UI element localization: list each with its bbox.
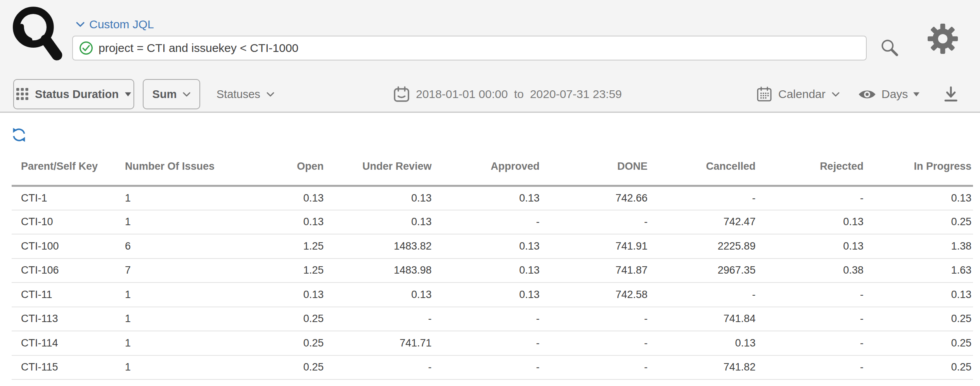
value-cell: 1483.82 xyxy=(325,234,433,258)
date-range-separator: to xyxy=(514,88,524,101)
value-cell: 0.13 xyxy=(433,186,541,210)
column-header: In Progress xyxy=(865,152,973,186)
issue-key-cell: CTI-100 xyxy=(12,234,116,258)
calendar-label: Calendar xyxy=(778,88,826,101)
value-cell: 0.13 xyxy=(325,186,433,210)
value-cell: 1.25 xyxy=(217,258,325,283)
caret-down-icon xyxy=(125,92,131,96)
value-cell: - xyxy=(649,186,757,210)
table-row: CTI-11510.25---741.82-0.25 xyxy=(12,355,973,380)
jql-mode-label: Custom JQL xyxy=(89,18,154,31)
value-cell: 1.25 xyxy=(217,234,325,258)
value-cell: - xyxy=(433,307,541,331)
value-cell: 0.25 xyxy=(217,331,325,355)
issue-key-cell: CTI-114 xyxy=(12,331,116,355)
value-cell: 741.87 xyxy=(541,258,649,283)
caret-down-icon xyxy=(913,92,919,96)
aggregation-button[interactable]: Sum xyxy=(143,79,200,109)
chevron-down-icon xyxy=(267,92,274,97)
value-cell: 0.25 xyxy=(865,307,973,331)
statuses-label: Statuses xyxy=(216,88,260,101)
value-cell: 0.13 xyxy=(865,283,973,307)
eye-icon xyxy=(858,88,876,101)
value-cell: 0.13 xyxy=(865,186,973,210)
value-cell: - xyxy=(757,186,865,210)
table-row: CTI-10671.251483.980.13741.872967.350.38… xyxy=(12,258,973,283)
date-range-picker[interactable]: 2018-01-01 00:00 to 2020-07-31 23:59 xyxy=(393,79,622,109)
value-cell: - xyxy=(433,331,541,355)
value-cell: 0.25 xyxy=(865,210,973,234)
settings-gear-icon[interactable] xyxy=(927,23,958,54)
aggregation-label: Sum xyxy=(152,88,177,101)
issue-key-cell: CTI-10 xyxy=(12,210,116,234)
value-cell: 1 xyxy=(116,210,217,234)
value-cell: 7 xyxy=(116,258,217,283)
search-icon[interactable] xyxy=(880,38,899,57)
value-cell: 742.47 xyxy=(649,210,757,234)
value-cell: - xyxy=(541,355,649,380)
download-export-icon[interactable] xyxy=(943,86,959,103)
column-header: Cancelled xyxy=(649,152,757,186)
report-type-button[interactable]: Status Duration xyxy=(13,79,134,109)
column-header: Under Review xyxy=(325,152,433,186)
toolbar: Status Duration Sum Statuses 2 xyxy=(0,78,980,111)
value-cell: 0.13 xyxy=(757,234,865,258)
value-cell: - xyxy=(757,307,865,331)
value-cell: 0.13 xyxy=(433,234,541,258)
statuses-dropdown[interactable]: Statuses xyxy=(216,79,274,109)
date-range-end: 2020-07-31 23:59 xyxy=(530,88,622,101)
grid-icon xyxy=(16,88,29,100)
value-cell: 1483.98 xyxy=(325,258,433,283)
value-cell: 0.25 xyxy=(217,355,325,380)
calendar-dropdown[interactable]: Calendar xyxy=(757,79,840,109)
value-cell: 741.82 xyxy=(649,355,757,380)
value-cell: 0.13 xyxy=(649,331,757,355)
table-row: CTI-11410.25741.71--0.13-0.25 xyxy=(12,331,973,355)
value-cell: 742.66 xyxy=(541,186,649,210)
table-header-row: Parent/Self KeyNumber Of IssuesOpenUnder… xyxy=(12,152,973,186)
value-cell: - xyxy=(649,283,757,307)
issue-key-cell: CTI-11 xyxy=(12,283,116,307)
value-cell: - xyxy=(325,307,433,331)
value-cell: 1 xyxy=(116,283,217,307)
refresh-icon[interactable] xyxy=(12,128,26,142)
app-logo-magnifier-icon xyxy=(10,3,65,67)
value-cell: 1.38 xyxy=(865,234,973,258)
value-cell: 1.63 xyxy=(865,258,973,283)
value-cell: 6 xyxy=(116,234,217,258)
report-type-label: Status Duration xyxy=(35,88,119,101)
time-unit-label: Days xyxy=(881,88,908,101)
jql-query-input[interactable] xyxy=(99,41,860,55)
date-range-start: 2018-01-01 00:00 xyxy=(416,88,508,101)
value-cell: 1 xyxy=(116,186,217,210)
issue-key-cell: CTI-106 xyxy=(12,258,116,283)
value-cell: - xyxy=(433,355,541,380)
issue-key-cell: CTI-115 xyxy=(12,355,116,380)
value-cell: - xyxy=(541,210,649,234)
column-header: DONE xyxy=(541,152,649,186)
value-cell: 0.13 xyxy=(217,186,325,210)
column-header: Open xyxy=(217,152,325,186)
value-cell: 0.13 xyxy=(757,210,865,234)
value-cell: - xyxy=(541,307,649,331)
value-cell: 0.13 xyxy=(325,210,433,234)
status-duration-table: Parent/Self KeyNumber Of IssuesOpenUnder… xyxy=(12,152,973,380)
value-cell: 0.25 xyxy=(217,307,325,331)
value-cell: 2967.35 xyxy=(649,258,757,283)
value-cell: 741.71 xyxy=(325,331,433,355)
jql-valid-check-circle-icon xyxy=(79,41,93,55)
value-cell: 1 xyxy=(116,355,217,380)
value-cell: - xyxy=(757,331,865,355)
table-row: CTI-110.130.130.13742.66--0.13 xyxy=(12,186,973,210)
value-cell: 0.13 xyxy=(433,283,541,307)
column-header: Rejected xyxy=(757,152,865,186)
value-cell: 0.38 xyxy=(757,258,865,283)
calendar-grid-icon xyxy=(757,86,772,102)
jql-mode-selector[interactable]: Custom JQL xyxy=(76,18,154,31)
issue-key-cell: CTI-1 xyxy=(12,186,116,210)
value-cell: - xyxy=(757,283,865,307)
time-unit-dropdown[interactable]: Days xyxy=(858,79,919,109)
value-cell: 741.84 xyxy=(649,307,757,331)
table-row: CTI-10061.251483.820.13741.912225.890.13… xyxy=(12,234,973,258)
table-row: CTI-11310.25---741.84-0.25 xyxy=(12,307,973,331)
